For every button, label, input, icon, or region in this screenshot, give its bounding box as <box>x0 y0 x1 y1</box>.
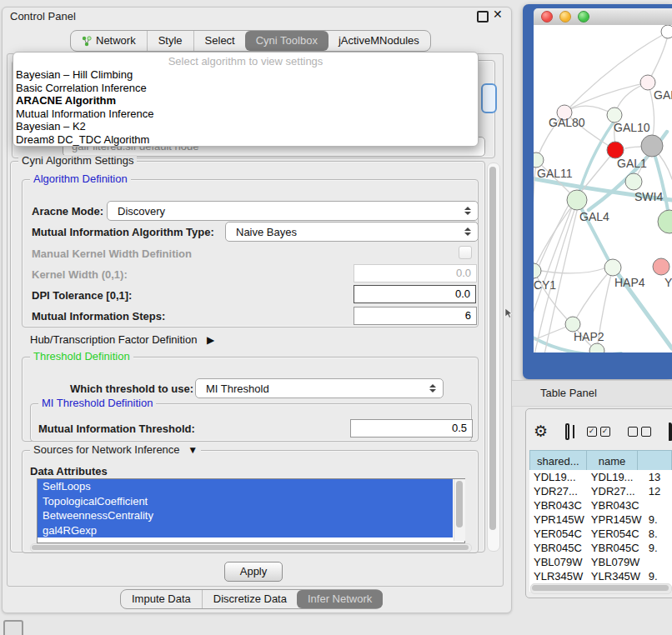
network-node-y[interactable] <box>653 258 669 275</box>
mi-steps-field[interactable]: 6 <box>354 307 477 325</box>
chevron-down-icon[interactable]: ▼ <box>188 444 198 456</box>
manual-kernel-width-checkbox[interactable] <box>459 246 472 259</box>
network-node-gal4[interactable] <box>567 190 587 210</box>
dropdown-item[interactable]: Bayesian – K2 <box>16 120 475 133</box>
node-table-rows[interactable]: YDL19...YDL19...13YDR27...YDR27...12YBR0… <box>529 470 672 592</box>
network-edge[interactable] <box>541 268 604 273</box>
table-row[interactable]: YDL19...YDL19...13 <box>529 470 672 484</box>
obscured-combobox-focus-fragment <box>481 83 497 113</box>
mi-steps-label: Mutual Information Steps: <box>32 310 165 322</box>
table-panel-title: Table Panel <box>540 387 597 399</box>
new-table-icon[interactable] <box>669 422 672 441</box>
algorithm-definition-title: Algorithm Definition <box>30 173 131 185</box>
dropdown-item[interactable]: Dream8 DC_TDC Algorithm <box>16 133 475 147</box>
tab-jactivemnodules[interactable]: jActiveMNodules <box>328 31 430 51</box>
aracne-mode-combobox[interactable]: Discovery <box>107 201 479 221</box>
dropdown-item[interactable]: Basic Correlation Inference <box>16 82 475 95</box>
network-node[interactable] <box>661 25 672 38</box>
network-edge[interactable] <box>534 160 536 263</box>
network-node[interactable] <box>641 135 663 157</box>
table-hscrollbar[interactable] <box>530 583 672 594</box>
sources-group-title[interactable]: Sources for Network Inference ▼ <box>30 444 201 456</box>
attributes-scrollbar[interactable] <box>454 479 465 541</box>
tab-style[interactable]: Style <box>147 31 193 51</box>
node-table-header[interactable]: shared...name <box>529 450 672 472</box>
stepper-arrows-icon <box>464 228 471 236</box>
deselect-all-icon[interactable] <box>628 427 651 437</box>
table-cell: YBR045C <box>587 541 644 555</box>
dpi-tolerance-field[interactable]: 0.0 <box>354 285 476 303</box>
table-column-header[interactable]: name <box>586 451 638 472</box>
table-row[interactable]: YBL079WYBL079W <box>529 555 672 569</box>
table-cell: YDR27... <box>587 484 644 498</box>
apply-button[interactable]: Apply <box>224 562 283 582</box>
table-row[interactable]: YER054CYER054C8. <box>529 527 672 541</box>
settings-group-title: Cyni Algorithm Settings <box>18 155 137 167</box>
tab-cyni-toolbox[interactable]: Cyni Toolbox <box>245 31 328 51</box>
dropdown-item[interactable]: Mutual Information Inference <box>16 108 475 121</box>
which-threshold-value: MI Threshold <box>196 382 429 395</box>
dropdown-prompt: Select algorithm to view settings <box>13 55 478 68</box>
settings-scrollbar[interactable] <box>487 162 500 552</box>
mouse-cursor <box>504 308 514 319</box>
close-icon[interactable]: ✕ <box>493 8 503 21</box>
network-node-hap4[interactable] <box>604 259 621 276</box>
kernel-width-field[interactable]: 0.0 <box>354 264 477 282</box>
tab-select[interactable]: Select <box>193 31 246 51</box>
kernel-width-label: Kernel Width (0,1): <box>32 268 128 281</box>
table-row[interactable]: YBR045CYBR045C9. <box>529 541 672 555</box>
network-graph[interactable]: GALGAL80GAL10GAL1GAL11SWI4GAL4GCY1HAP4YH… <box>534 25 672 352</box>
network-node-label: GAL1 <box>617 157 647 170</box>
table-cell: YDL19... <box>529 470 587 484</box>
float-panel-icon[interactable] <box>477 11 489 22</box>
bottom-tab-impute-data[interactable]: Impute Data <box>121 590 202 608</box>
dropdown-item[interactable]: ARACNE Algorithm <box>16 94 475 108</box>
data-attributes-list[interactable]: SelfLoopsTopologicalCoefficientBetweenne… <box>37 478 465 543</box>
table-row[interactable]: YBR043CYBR043C <box>529 498 672 512</box>
attribute-list-item[interactable]: SelfLoops <box>38 479 453 494</box>
bottom-tab-discretize-data[interactable]: Discretize Data <box>202 590 298 608</box>
attributes-hscrollbar[interactable] <box>30 543 472 552</box>
table-row[interactable]: YPR145WYPR145W9. <box>529 512 672 527</box>
attribute-list-item[interactable]: TopologicalCoefficient <box>38 494 453 509</box>
table-row[interactable]: YLR345WYLR345W9. <box>529 569 672 583</box>
zoom-traffic-light-icon[interactable] <box>578 11 589 22</box>
network-edge[interactable] <box>625 147 642 148</box>
attribute-list-item[interactable]: BetweennessCentrality <box>38 508 453 523</box>
hub-definition-section[interactable]: Hub/Transcription Factor Definition ▶ <box>30 333 214 346</box>
attribute-list-item[interactable]: gal4RGexp <box>38 523 453 538</box>
network-node-swi4[interactable] <box>625 173 642 190</box>
split-columns-icon[interactable] <box>565 423 569 440</box>
network-node-gcy1[interactable] <box>534 263 541 278</box>
table-cell: YBR043C <box>587 498 644 512</box>
aracne-mode-value: Discovery <box>108 205 464 218</box>
minimize-traffic-light-icon[interactable] <box>559 11 571 22</box>
table-cell: 9. <box>644 541 672 555</box>
dropdown-item[interactable]: Bayesian – Hill Climbing <box>16 68 475 82</box>
network-edge[interactable] <box>564 33 665 112</box>
table-column-header[interactable]: shared... <box>530 451 587 472</box>
table-column-header[interactable] <box>638 451 672 472</box>
network-node[interactable] <box>589 343 604 352</box>
tab-network[interactable]: Network <box>71 31 147 51</box>
close-traffic-light-icon[interactable] <box>541 11 553 22</box>
network-node-label: GAL10 <box>614 121 650 134</box>
network-canvas[interactable]: GALGAL80GAL10GAL1GAL11SWI4GAL4GCY1HAP4YH… <box>534 25 672 352</box>
network-node-gal1[interactable] <box>607 142 624 158</box>
table-cell: YDL19... <box>587 470 644 484</box>
algorithm-dropdown[interactable]: Select algorithm to view settings Bayesi… <box>13 52 479 147</box>
gear-icon[interactable]: ⚙ <box>534 417 548 447</box>
select-all-icon[interactable]: ✓✓ <box>587 427 610 437</box>
table-cell: YBR045C <box>529 541 587 555</box>
mi-algorithm-type-combobox[interactable]: Naive Bayes <box>225 222 479 242</box>
chevron-right-icon[interactable]: ▶ <box>207 334 214 346</box>
network-node[interactable] <box>658 210 672 233</box>
minimized-panel-icon[interactable] <box>3 620 23 635</box>
bottom-tab-infer-network[interactable]: Infer Network <box>297 590 383 608</box>
table-row[interactable]: YDR27...YDR27...12 <box>529 484 672 498</box>
sources-title-text: Sources for Network Inference <box>33 443 180 456</box>
mi-threshold-field[interactable]: 0.5 <box>350 419 473 438</box>
network-window-titlebar[interactable] <box>534 8 672 25</box>
which-threshold-combobox[interactable]: MI Threshold <box>195 378 444 398</box>
hub-definition-label: Hub/Transcription Factor Definition <box>30 333 197 346</box>
